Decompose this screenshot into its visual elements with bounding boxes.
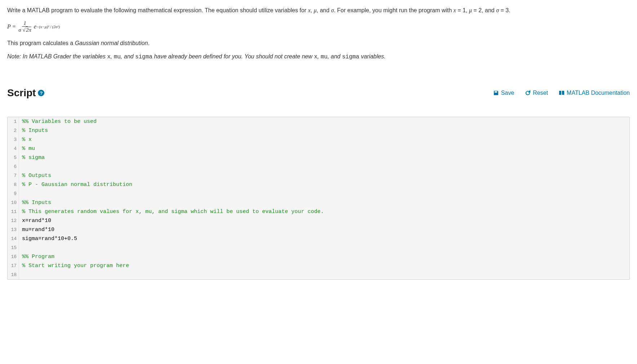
code-line[interactable]: 13mu=rand*10 bbox=[8, 225, 629, 234]
code-content[interactable]: % Outputs bbox=[19, 171, 51, 180]
problem-description: Write a MATLAB program to evaluate the f… bbox=[7, 5, 630, 62]
code-line[interactable]: 16%% Program bbox=[8, 252, 629, 261]
save-icon bbox=[493, 90, 499, 96]
line-number: 10 bbox=[8, 198, 19, 207]
line-number: 7 bbox=[8, 171, 19, 180]
line-number: 8 bbox=[8, 180, 19, 189]
docs-button[interactable]: MATLAB Documentation bbox=[559, 90, 630, 96]
line-number: 16 bbox=[8, 252, 19, 261]
reset-icon bbox=[525, 90, 531, 96]
code-line[interactable]: 14sigma=rand*10+0.5 bbox=[8, 234, 629, 243]
code-line[interactable]: 4% mu bbox=[8, 144, 629, 153]
line-number: 6 bbox=[8, 162, 19, 171]
line-number: 2 bbox=[8, 126, 19, 135]
code-content[interactable]: % This generates random values for x, mu… bbox=[19, 207, 324, 216]
code-content[interactable]: % Inputs bbox=[19, 126, 48, 135]
code-content[interactable]: sigma=rand*10+0.5 bbox=[19, 234, 77, 243]
formula-fraction: 1 σ √2π bbox=[17, 20, 32, 33]
line-number: 15 bbox=[8, 243, 19, 252]
code-content[interactable]: x=rand*10 bbox=[19, 216, 51, 225]
code-line[interactable]: 9 bbox=[8, 189, 629, 198]
line-number: 9 bbox=[8, 189, 19, 198]
line-number: 13 bbox=[8, 225, 19, 234]
script-header: Script ? Save Reset MATLAB Documentation bbox=[7, 87, 630, 99]
formula-exponent: −(x−μ)² / (2σ²) bbox=[36, 23, 60, 30]
line-number: 4 bbox=[8, 144, 19, 153]
code-content[interactable]: %% Program bbox=[19, 252, 54, 261]
intro-paragraph: Write a MATLAB program to evaluate the f… bbox=[7, 5, 630, 15]
code-line[interactable]: 2% Inputs bbox=[8, 126, 629, 135]
save-button[interactable]: Save bbox=[493, 90, 514, 96]
gaussian-note: This program calculates a Gaussian norma… bbox=[7, 38, 630, 48]
toolbar: Save Reset MATLAB Documentation bbox=[493, 90, 630, 96]
note-line: Note: In MATLAB Grader the variables x, … bbox=[7, 52, 630, 62]
reset-button[interactable]: Reset bbox=[525, 90, 548, 96]
code-content[interactable]: % P - Gaussian normal distribution bbox=[19, 180, 132, 189]
line-number: 14 bbox=[8, 234, 19, 243]
code-content[interactable]: mu=rand*10 bbox=[19, 225, 54, 234]
code-content[interactable] bbox=[19, 270, 22, 279]
reset-label: Reset bbox=[533, 90, 548, 96]
docs-label: MATLAB Documentation bbox=[567, 90, 630, 96]
code-line[interactable]: 8% P - Gaussian normal distribution bbox=[8, 180, 629, 189]
line-number: 5 bbox=[8, 153, 19, 162]
code-line[interactable]: 1%% Variables to be used bbox=[8, 117, 629, 126]
code-content[interactable] bbox=[19, 243, 22, 252]
line-number: 11 bbox=[8, 207, 19, 216]
code-content[interactable]: % x bbox=[19, 135, 32, 144]
code-line[interactable]: 3% x bbox=[8, 135, 629, 144]
code-content[interactable]: % Start writing your program here bbox=[19, 261, 129, 270]
line-number: 1 bbox=[8, 117, 19, 126]
code-content[interactable]: %% Inputs bbox=[19, 198, 51, 207]
code-editor[interactable]: 1%% Variables to be used2% Inputs3% x4% … bbox=[7, 117, 630, 280]
code-line[interactable]: 18 bbox=[8, 270, 629, 279]
code-line[interactable]: 7% Outputs bbox=[8, 171, 629, 180]
line-number: 18 bbox=[8, 270, 19, 279]
code-line[interactable]: 11% This generates random values for x, … bbox=[8, 207, 629, 216]
line-number: 3 bbox=[8, 135, 19, 144]
code-content[interactable] bbox=[19, 162, 22, 171]
code-content[interactable]: % mu bbox=[19, 144, 35, 153]
code-content[interactable] bbox=[19, 189, 22, 198]
code-content[interactable]: % sigma bbox=[19, 153, 45, 162]
code-line[interactable]: 17% Start writing your program here bbox=[8, 261, 629, 270]
var-sigma: σ bbox=[331, 7, 334, 13]
intro-text-1: Write a MATLAB program to evaluate the f… bbox=[7, 7, 308, 13]
line-number: 17 bbox=[8, 261, 19, 270]
code-content[interactable]: %% Variables to be used bbox=[19, 117, 97, 126]
code-line[interactable]: 10%% Inputs bbox=[8, 198, 629, 207]
formula-e: e bbox=[34, 22, 36, 31]
help-icon[interactable]: ? bbox=[38, 90, 44, 96]
code-line[interactable]: 5% sigma bbox=[8, 153, 629, 162]
save-label: Save bbox=[501, 90, 514, 96]
code-line[interactable]: 15 bbox=[8, 243, 629, 252]
line-number: 12 bbox=[8, 216, 19, 225]
code-line[interactable]: 6 bbox=[8, 162, 629, 171]
script-title: Script ? bbox=[7, 87, 44, 99]
book-icon bbox=[559, 90, 565, 96]
formula-P: P = bbox=[7, 22, 16, 31]
code-line[interactable]: 12x=rand*10 bbox=[8, 216, 629, 225]
formula: P = 1 σ √2π e−(x−μ)² / (2σ²) bbox=[7, 20, 630, 33]
